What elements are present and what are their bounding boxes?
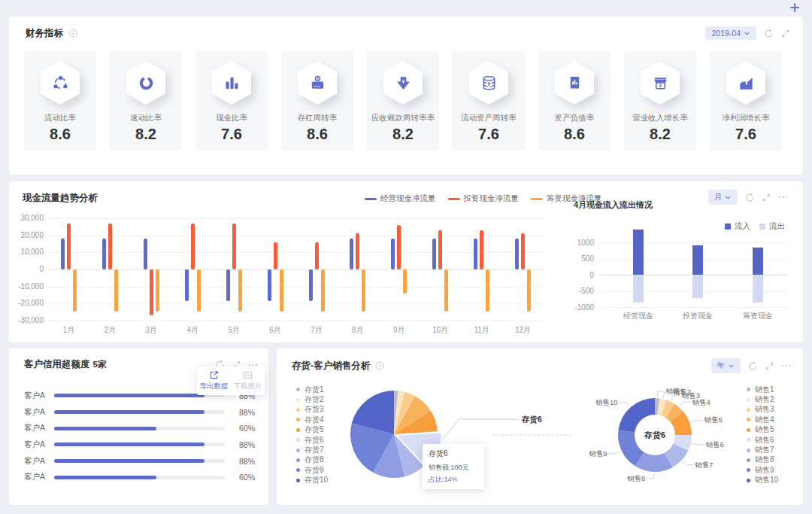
y-axis-label: 0 — [39, 265, 44, 273]
panel-title: 客户信用超额度 — [24, 358, 90, 371]
refresh-icon[interactable] — [764, 29, 774, 38]
sales-legend-item[interactable]: 销售4 — [747, 415, 778, 424]
more-icon[interactable] — [781, 363, 791, 368]
inventory-legend-item[interactable]: 存货8 — [296, 455, 328, 465]
donut-callout-line — [671, 396, 680, 400]
svg-text:¥: ¥ — [401, 79, 404, 84]
inventory-legend-item[interactable]: 存货2 — [296, 394, 328, 404]
metric-hexagon-shape: $ — [298, 61, 337, 105]
coin-stack-icon: ¥ — [480, 75, 498, 92]
donut-callout-label: 销售9 — [589, 449, 607, 458]
refresh-icon[interactable] — [745, 193, 755, 202]
donut-slice-销售10[interactable] — [618, 398, 655, 433]
inventory-legend-item[interactable]: 存货10 — [296, 476, 328, 485]
metric-card: ¥流动资产周转率7.6 — [453, 51, 525, 151]
donut-callout-line — [680, 403, 691, 406]
trend-line-icon — [738, 75, 755, 92]
metric-hexagon — [126, 61, 165, 105]
sales-legend-item[interactable]: 销售8 — [747, 455, 778, 465]
inventory-legend-item[interactable]: 存货6 — [296, 435, 328, 445]
inventory-legend-item[interactable]: 存货3 — [296, 405, 328, 415]
cash-register-icon: $ — [309, 75, 326, 92]
metric-hexagon-shape — [555, 61, 594, 105]
y-axis-label: 0 — [589, 271, 594, 279]
trend-bar — [232, 224, 236, 269]
credit-bar-track[interactable] — [54, 459, 225, 463]
y-axis-label: 10,000 — [20, 248, 44, 256]
inventory-legend-item[interactable]: 存货1 — [296, 385, 328, 394]
panel-title: 财务指标 — [26, 27, 63, 40]
legend-label: 销售1 — [755, 385, 774, 395]
metric-hexagon-shape — [212, 61, 251, 105]
credit-bar-track[interactable] — [54, 410, 225, 414]
refresh-ring-icon — [138, 75, 155, 92]
expand-icon[interactable] — [781, 29, 789, 38]
legend-marker — [365, 198, 377, 200]
expand-icon[interactable] — [762, 193, 771, 202]
x-axis-label: 2月 — [95, 325, 125, 336]
legend-label: 投资现金净流量 — [464, 193, 520, 204]
inventory-legend-item[interactable]: 存货5 — [296, 425, 328, 435]
pie-tooltip: 存货6 销售额:100元 占比:14% — [423, 444, 484, 489]
trend-chart-plot[interactable]: 1月2月3月4月5月6月7月8月9月10月11月12月 — [48, 218, 544, 321]
export-data-menu-item[interactable]: 导出数据 — [197, 366, 231, 395]
sales-legend-item[interactable]: 销售1 — [747, 385, 778, 394]
metric-value: 7.6 — [221, 126, 242, 143]
metric-card: 净利润增长率7.6 — [710, 51, 782, 151]
credit-bar-track[interactable] — [54, 443, 225, 446]
trend-bar — [362, 269, 365, 312]
legend-dot — [747, 388, 750, 391]
flow-period-dropdown[interactable]: 月 — [708, 190, 738, 205]
trend-bar — [191, 224, 195, 269]
credit-bar-fill — [54, 410, 205, 414]
customer-credit-panel: 客户信用超额度 5家 客户A88%客户A88%客户A60%客户A88%客户A88… — [9, 348, 268, 505]
credit-percent: 88% — [234, 440, 255, 449]
inventory-legend-item[interactable]: 存货4 — [296, 415, 328, 424]
sales-donut-chart[interactable]: 销售1销售2销售3销售4销售5销售6销售7销售8销售9销售10存货6 — [570, 360, 735, 503]
gridline — [48, 321, 544, 321]
inventory-legend-item[interactable]: 存货9 — [296, 465, 328, 475]
metric-hexagon-shape — [41, 61, 80, 105]
more-icon[interactable] — [778, 195, 788, 199]
credit-customer-label: 客户A — [24, 456, 48, 467]
metric-label: 存红周转率 — [298, 113, 338, 123]
gridline — [48, 218, 544, 219]
legend-item[interactable]: 经营现金净流量 — [365, 193, 436, 204]
legend-dot — [296, 479, 300, 482]
info-icon[interactable] — [68, 29, 77, 38]
credit-bar-track[interactable] — [54, 427, 225, 430]
sales-legend-item[interactable]: 销售3 — [747, 405, 778, 415]
period-dropdown[interactable]: 2019-04 — [705, 26, 756, 40]
trend-bar — [150, 269, 153, 315]
flow-period-value: 月 — [714, 192, 723, 202]
x-axis-label: 6月 — [260, 325, 290, 336]
info-icon[interactable] — [375, 361, 384, 370]
sales-legend-item[interactable]: 销售5 — [747, 425, 778, 435]
legend-item[interactable]: 投资现金净流量 — [448, 193, 520, 204]
legend-label: 存货6 — [304, 435, 324, 446]
credit-bar-track[interactable] — [54, 476, 225, 479]
metric-value: 8.6 — [307, 126, 328, 143]
trend-bar — [156, 269, 159, 312]
trend-bar — [474, 239, 477, 269]
credit-bar-fill — [54, 443, 205, 446]
sales-legend-item[interactable]: 销售9 — [747, 465, 778, 475]
export-icon — [209, 370, 219, 380]
sales-legend-item[interactable]: 销售6 — [747, 435, 778, 445]
add-panel-button[interactable]: + — [789, 0, 800, 18]
legend-dot — [747, 428, 750, 432]
download-image-menu-item[interactable]: 下载图片 — [231, 366, 265, 395]
refresh-icon[interactable] — [748, 361, 758, 371]
legend-dot — [296, 468, 300, 472]
sales-legend-item[interactable]: 销售10 — [747, 476, 778, 485]
flow-chart-plot[interactable]: 经营现金投资现金筹资现金 — [599, 227, 787, 324]
x-axis-label: 经营现金 — [616, 311, 661, 321]
sales-legend-item[interactable]: 销售2 — [747, 394, 778, 404]
trend-bar — [280, 269, 283, 312]
inventory-legend-item[interactable]: 存货7 — [296, 445, 328, 455]
expand-icon[interactable] — [765, 362, 774, 370]
trend-bar — [67, 224, 71, 269]
sales-legend-item[interactable]: 销售7 — [747, 445, 778, 455]
credit-bar-chart[interactable]: 客户A88%客户A88%客户A60%客户A88%客户A88%客户A60% — [24, 388, 255, 485]
donut-callout-label: 销售6 — [706, 440, 724, 449]
